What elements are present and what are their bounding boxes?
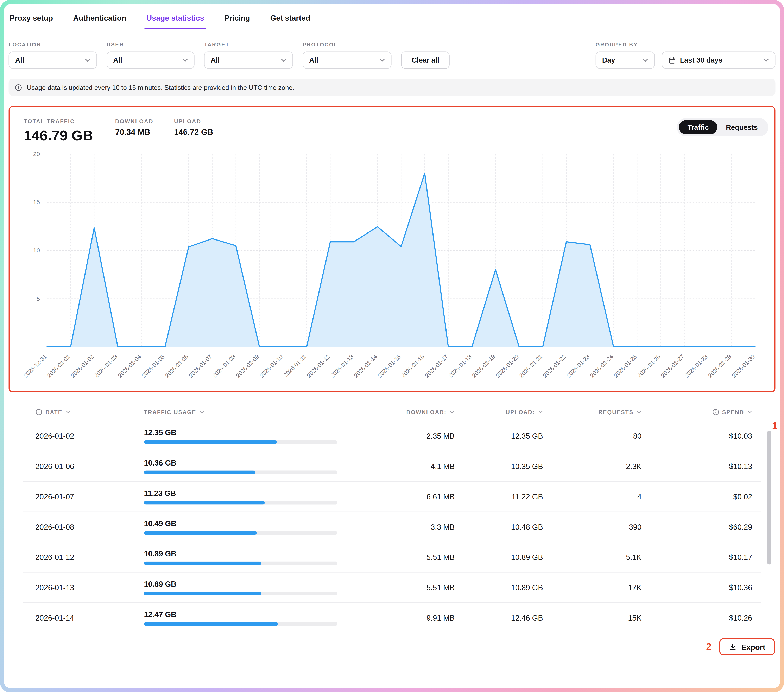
traffic-value: 11.23 GB (144, 489, 364, 498)
table-scrollbar[interactable] (767, 431, 771, 564)
traffic-bar-fill (144, 531, 257, 535)
svg-text:2026-01-08: 2026-01-08 (211, 353, 237, 379)
svg-text:2026-01-27: 2026-01-27 (660, 353, 685, 379)
svg-text:2026-01-23: 2026-01-23 (565, 353, 591, 379)
column-date[interactable]: DATE (35, 409, 144, 416)
protocol-select[interactable]: All (303, 51, 391, 69)
chevron-down-icon (538, 411, 543, 414)
toggle-traffic[interactable]: Traffic (679, 120, 717, 134)
traffic-bar-track (144, 622, 338, 626)
svg-text:10: 10 (33, 247, 40, 254)
svg-text:2026-01-28: 2026-01-28 (684, 353, 709, 379)
total-traffic-value: 146.79 GB (24, 128, 94, 144)
svg-text:2026-01-02: 2026-01-02 (69, 353, 95, 379)
download-cell: 3.3 MB (364, 523, 455, 531)
requests-cell: 17K (543, 583, 641, 592)
tab-get-started[interactable]: Get started (269, 10, 311, 29)
traffic-usage-cell: 10.89 GB (144, 580, 364, 595)
column-requests[interactable]: REQUESTS (543, 409, 641, 415)
upload-value: 146.72 GB (174, 128, 213, 137)
traffic-value: 10.36 GB (144, 459, 364, 467)
date-cell: 2026-01-02 (35, 432, 144, 441)
annotation-marker-1: 1 (772, 420, 777, 431)
traffic-usage-cell: 10.36 GB (144, 459, 364, 474)
toggle-requests[interactable]: Requests (717, 120, 766, 134)
column-spend[interactable]: SPEND (641, 409, 752, 416)
chevron-down-icon (763, 58, 769, 62)
column-traffic-usage[interactable]: TRAFFIC USAGE (144, 409, 364, 415)
upload-cell: 10.48 GB (455, 523, 543, 531)
grouped-by-label: GROUPED BY (596, 41, 655, 48)
spend-cell: $60.29 (641, 523, 752, 531)
table-row: 2026-01-12 10.89 GB 5.51 MB 10.89 GB 5.1… (23, 542, 761, 573)
date-range-value: Last 30 days (680, 56, 723, 64)
download-cell: 6.61 MB (364, 492, 455, 501)
tab-pricing[interactable]: Pricing (223, 10, 251, 29)
footer: 2 Export (4, 638, 775, 656)
svg-text:2026-01-18: 2026-01-18 (447, 353, 473, 379)
info-icon (712, 409, 719, 416)
traffic-bar-track (144, 441, 338, 444)
traffic-bar-track (144, 562, 338, 565)
svg-text:2026-01-06: 2026-01-06 (164, 353, 189, 379)
date-cell: 2026-01-07 (35, 492, 144, 501)
date-range-select[interactable]: Last 30 days (662, 51, 775, 69)
spend-cell: $10.03 (641, 432, 752, 441)
requests-cell: 5.1K (543, 553, 641, 562)
clear-all-button[interactable]: Clear all (401, 51, 450, 69)
svg-text:2026-01-20: 2026-01-20 (494, 353, 520, 379)
column-upload[interactable]: UPLOAD: (455, 409, 543, 415)
spend-cell: $10.13 (641, 462, 752, 471)
table-row: 2026-01-14 12.47 GB 9.91 MB 12.46 GB 15K… (23, 603, 761, 633)
column-traffic-usage-label: TRAFFIC USAGE (144, 409, 196, 415)
date-cell: 2026-01-08 (35, 523, 144, 531)
download-cell: 9.91 MB (364, 613, 455, 622)
location-select[interactable]: All (9, 51, 97, 69)
export-button[interactable]: Export (720, 638, 775, 656)
traffic-usage-cell: 10.49 GB (144, 519, 364, 535)
chevron-down-icon (450, 411, 455, 414)
svg-text:2026-01-07: 2026-01-07 (188, 353, 213, 379)
table-body: 2026-01-02 12.35 GB 2.35 MB 12.35 GB 80 … (23, 421, 761, 633)
calendar-icon (668, 56, 676, 64)
user-value: All (113, 56, 122, 64)
column-upload-label: UPLOAD: (506, 409, 535, 415)
traffic-chart-card: TOTAL TRAFFIC 146.79 GB DOWNLOAD 70.34 M… (9, 106, 776, 393)
chevron-down-icon (182, 58, 188, 62)
spend-cell: $10.36 (641, 583, 752, 592)
svg-text:2026-01-03: 2026-01-03 (93, 353, 119, 379)
target-value: All (211, 56, 220, 64)
tab-usage-statistics[interactable]: Usage statistics (145, 10, 205, 29)
svg-text:2026-01-21: 2026-01-21 (518, 353, 544, 379)
requests-cell: 2.3K (543, 462, 641, 471)
date-cell: 2026-01-12 (35, 553, 144, 562)
download-icon (729, 643, 737, 651)
grouped-by-select[interactable]: Day (596, 51, 655, 69)
tab-proxy-setup[interactable]: Proxy setup (9, 10, 54, 29)
upload-cell: 10.35 GB (455, 462, 543, 471)
traffic-bar-fill (144, 501, 265, 505)
chevron-down-icon (66, 411, 71, 414)
table-row: 2026-01-02 12.35 GB 2.35 MB 12.35 GB 80 … (23, 421, 761, 452)
traffic-bar-fill (144, 622, 278, 626)
svg-text:2026-01-10: 2026-01-10 (259, 353, 284, 379)
traffic-value: 12.47 GB (144, 610, 364, 619)
column-download-label: DOWNLOAD: (407, 409, 447, 415)
page: Proxy setup Authentication Usage statist… (4, 4, 780, 688)
traffic-bar-fill (144, 592, 261, 595)
tab-authentication[interactable]: Authentication (72, 10, 127, 29)
target-select[interactable]: All (204, 51, 293, 69)
requests-cell: 390 (543, 523, 641, 531)
user-label: USER (107, 41, 194, 48)
spend-cell: $10.26 (641, 613, 752, 622)
column-download[interactable]: DOWNLOAD: (364, 409, 455, 415)
svg-text:2026-01-09: 2026-01-09 (235, 353, 260, 379)
user-select[interactable]: All (107, 51, 194, 69)
info-banner-text: Usage data is updated every 10 to 15 min… (27, 84, 295, 91)
svg-text:20: 20 (33, 151, 40, 157)
table-row: 2026-01-07 11.23 GB 6.61 MB 11.22 GB 4 $… (23, 482, 761, 512)
gradient-frame: Proxy setup Authentication Usage statist… (0, 0, 784, 692)
traffic-value: 10.89 GB (144, 549, 364, 558)
download-label: DOWNLOAD (115, 118, 153, 124)
location-label: LOCATION (9, 41, 97, 48)
